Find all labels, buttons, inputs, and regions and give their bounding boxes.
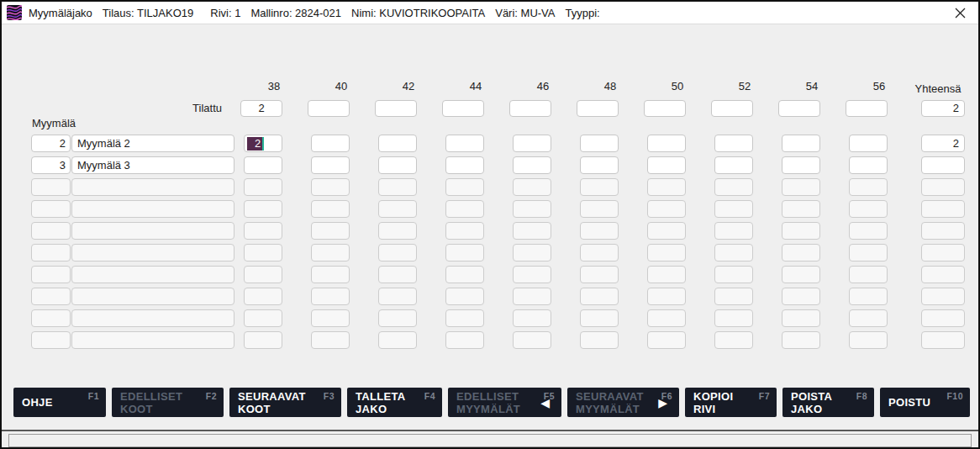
- qty-cell-52[interactable]: [714, 331, 753, 349]
- qty-cell-52[interactable]: [714, 266, 753, 283]
- qty-cell-42[interactable]: [378, 156, 417, 174]
- qty-cell-44[interactable]: [445, 156, 484, 174]
- qty-cell-50[interactable]: [647, 178, 686, 196]
- qty-cell-48[interactable]: [580, 244, 619, 261]
- qty-cell-40[interactable]: [311, 309, 350, 327]
- qty-cell-50[interactable]: [647, 222, 686, 240]
- toolbar-button-poista-jako[interactable]: POISTAJAKOF8: [782, 388, 874, 417]
- qty-cell-46[interactable]: [513, 266, 551, 283]
- qty-cell-56[interactable]: [849, 288, 888, 305]
- qty-cell-44[interactable]: [445, 200, 484, 218]
- toolbar-button-seuraavat-koot[interactable]: SEURAAVATKOOTF3: [229, 388, 341, 417]
- store-name-field[interactable]: [71, 244, 234, 261]
- store-id-field[interactable]: [31, 266, 71, 283]
- store-id-field[interactable]: 3: [31, 156, 71, 174]
- store-id-field[interactable]: [31, 200, 71, 218]
- qty-cell-38[interactable]: [244, 309, 282, 327]
- qty-cell-50[interactable]: [647, 266, 686, 283]
- qty-cell-42[interactable]: [378, 266, 417, 283]
- qty-cell-56[interactable]: [849, 244, 888, 261]
- store-id-field[interactable]: [31, 178, 71, 196]
- qty-cell-54[interactable]: [782, 244, 820, 261]
- tilattu-qty-cell-46[interactable]: [509, 100, 551, 117]
- qty-cell-54[interactable]: [782, 200, 820, 218]
- store-id-field[interactable]: [31, 222, 71, 240]
- store-name-field[interactable]: [71, 309, 234, 327]
- qty-cell-46[interactable]: [513, 331, 551, 349]
- toolbar-button-kopioi-rivi[interactable]: KOPIOIRIVIF7: [685, 388, 777, 417]
- qty-cell-42[interactable]: [378, 288, 417, 305]
- qty-cell-44[interactable]: [445, 244, 484, 261]
- qty-cell-40[interactable]: [311, 331, 350, 349]
- qty-cell-56[interactable]: [849, 156, 888, 174]
- store-name-field[interactable]: [71, 200, 234, 218]
- qty-cell-42[interactable]: [378, 244, 417, 261]
- tilattu-qty-cell-44[interactable]: [442, 100, 484, 117]
- qty-cell-46[interactable]: [513, 135, 551, 152]
- qty-cell-52[interactable]: [714, 288, 753, 305]
- store-name-field[interactable]: Myymälä 3: [71, 156, 234, 174]
- toolbar-button-talleta-jako[interactable]: TALLETAJAKOF4: [347, 388, 442, 417]
- qty-cell-48[interactable]: [580, 288, 619, 305]
- qty-cell-44[interactable]: [445, 309, 484, 327]
- close-button[interactable]: [950, 3, 970, 22]
- qty-cell-48[interactable]: [580, 266, 619, 283]
- store-name-field[interactable]: Myymälä 2: [71, 135, 234, 152]
- qty-cell-52[interactable]: [714, 156, 753, 174]
- tilattu-qty-cell-56[interactable]: [846, 100, 888, 117]
- qty-cell-42[interactable]: [378, 331, 417, 349]
- qty-cell-46[interactable]: [513, 178, 551, 196]
- qty-cell-44[interactable]: [445, 178, 484, 196]
- qty-cell-52[interactable]: [714, 222, 753, 240]
- qty-cell-48[interactable]: [580, 309, 619, 327]
- tilattu-qty-cell-52[interactable]: [711, 100, 753, 117]
- tilattu-qty-cell-38[interactable]: 2: [240, 100, 282, 117]
- qty-cell-42[interactable]: [378, 135, 417, 152]
- tilattu-qty-cell-42[interactable]: [375, 100, 417, 117]
- qty-cell-48[interactable]: [580, 222, 619, 240]
- toolbar-button-ohje[interactable]: OHJEF1: [13, 388, 106, 417]
- qty-cell-46[interactable]: [513, 244, 551, 261]
- qty-cell-44[interactable]: [445, 266, 484, 283]
- qty-cell-54[interactable]: [782, 266, 820, 283]
- qty-cell-42[interactable]: [378, 200, 417, 218]
- qty-cell-40[interactable]: [311, 135, 350, 152]
- qty-cell-54[interactable]: [782, 156, 820, 174]
- qty-cell-46[interactable]: [513, 309, 551, 327]
- qty-cell-40[interactable]: [311, 156, 350, 174]
- qty-cell-40[interactable]: [311, 266, 350, 283]
- toolbar-button-poistu[interactable]: POISTUF10: [880, 388, 970, 417]
- store-id-field[interactable]: [31, 244, 71, 261]
- qty-cell-48[interactable]: [580, 135, 619, 152]
- qty-cell-44[interactable]: [445, 135, 484, 152]
- store-name-field[interactable]: [71, 266, 234, 283]
- qty-cell-38[interactable]: [244, 222, 282, 240]
- qty-cell-38[interactable]: [244, 331, 282, 349]
- qty-cell-38[interactable]: [244, 244, 282, 261]
- store-name-field[interactable]: [71, 222, 234, 240]
- store-name-field[interactable]: [71, 288, 234, 305]
- qty-cell-52[interactable]: [714, 309, 753, 327]
- qty-cell-44[interactable]: [445, 288, 484, 305]
- qty-cell-56[interactable]: [849, 178, 888, 196]
- qty-cell-56[interactable]: [849, 222, 888, 240]
- qty-cell-40[interactable]: [311, 222, 350, 240]
- tilattu-qty-cell-48[interactable]: [577, 100, 619, 117]
- qty-cell-50[interactable]: [647, 309, 686, 327]
- qty-cell-52[interactable]: [714, 200, 753, 218]
- qty-cell-38[interactable]: [244, 266, 282, 283]
- qty-cell-46[interactable]: [513, 200, 551, 218]
- qty-cell-52[interactable]: [714, 135, 753, 152]
- qty-cell-54[interactable]: [782, 288, 820, 305]
- qty-cell-56[interactable]: [849, 135, 888, 152]
- qty-cell-52[interactable]: [714, 178, 753, 196]
- qty-cell-50[interactable]: [647, 331, 686, 349]
- store-name-field[interactable]: [71, 178, 234, 196]
- store-id-field[interactable]: [31, 309, 71, 327]
- qty-cell-46[interactable]: [513, 156, 551, 174]
- qty-cell-50[interactable]: [647, 288, 686, 305]
- store-id-field[interactable]: 2: [31, 135, 71, 152]
- qty-cell-40[interactable]: [311, 244, 350, 261]
- qty-cell-52[interactable]: [714, 244, 753, 261]
- qty-cell-38[interactable]: [244, 288, 282, 305]
